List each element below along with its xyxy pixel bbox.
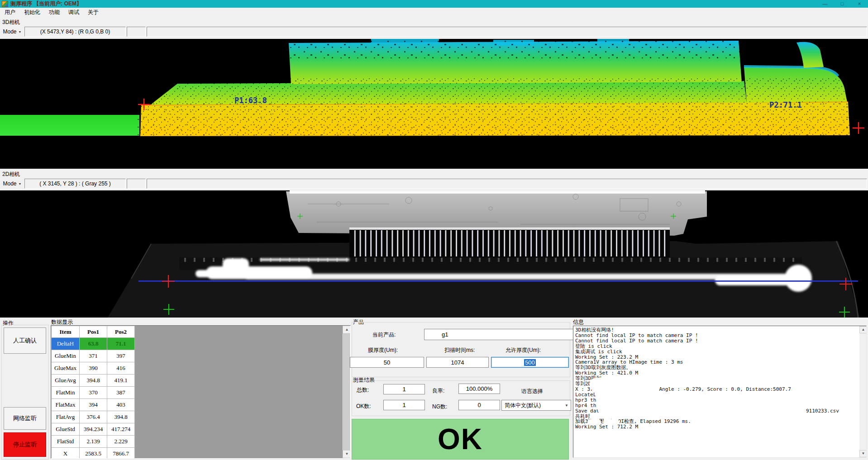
scroll-down-icon[interactable]: ▼ — [859, 450, 867, 457]
camera3d-pixel-readout: (X 5473,Y 84) : (R 0,G 0,B 0) — [24, 27, 126, 37]
ok-count-field[interactable]: 1 — [383, 400, 425, 410]
camera2d-status-panel — [127, 179, 146, 189]
redaction-blob — [587, 419, 601, 425]
log-line: Working Set : 712.2 M — [575, 424, 858, 430]
language-select-dropdown[interactable]: 简体中文(默认) ▼ — [501, 400, 571, 411]
pass-fail-status-indicator: OK — [352, 419, 569, 460]
total-count-field[interactable]: 1 — [383, 384, 425, 394]
data-display-panel: ItemPos1Pos2 DeltaH 63.8 71.1 GlueMin 37… — [51, 325, 351, 459]
table-row[interactable]: FlatMin 370 387 — [52, 387, 135, 399]
info-log-scrollbar[interactable]: ▲ ▼ — [859, 326, 866, 457]
yield-label: 良率: — [432, 387, 444, 395]
camera3d-status-panel — [127, 27, 146, 37]
ok-count-label: OK数: — [356, 403, 371, 410]
camera2d-status-strip: Mode▼ ( X 3145, Y 28 ) : ( Gray 255 ) — [0, 178, 868, 189]
p2-measure-label: P2:71.1 — [769, 100, 802, 109]
minimize-button[interactable]: — — [816, 0, 834, 8]
table-header-row: ItemPos1Pos2 — [52, 326, 135, 338]
scroll-up-icon[interactable]: ▲ — [859, 326, 867, 333]
scroll-up-icon[interactable]: ▲ — [343, 326, 351, 334]
scan-time-field[interactable]: 1074 — [426, 357, 489, 368]
camera2d-mode-button[interactable]: Mode▼ — [0, 178, 24, 189]
measurement-table: ItemPos1Pos2 DeltaH 63.8 71.1 GlueMin 37… — [51, 326, 135, 459]
table-row[interactable]: FlatAvg 376.4 394.8 — [52, 411, 135, 423]
camera2d-status-panel-wide — [147, 179, 867, 189]
film-thickness-label: 膜厚度(Um): — [368, 346, 398, 354]
camera2d-section-label: 2D相机 — [2, 171, 20, 177]
mode-dropdown-arrow-icon: ▼ — [19, 30, 22, 33]
menu-bar: 用户初始化功能调试关于 — [0, 8, 868, 17]
ng-count-label: NG数: — [432, 403, 447, 411]
p1-measure-label: P1:63.8 — [234, 96, 267, 105]
window-title: 测厚程序 【当前用户: OEM】 — [10, 0, 82, 8]
log-line: 集成调试 is click — [575, 349, 858, 355]
language-select-label: 语言选择 — [521, 388, 543, 395]
application-window: 测厚程序 【当前用户: OEM】 — □ × 用户初始化功能调试关于 3D相机 … — [0, 0, 868, 460]
log-line: Cannot find local IP to match camera IP … — [575, 338, 858, 344]
log-line: 登陆 is click — [575, 344, 858, 349]
table-header-cell: Item — [52, 326, 80, 338]
current-product-field[interactable]: g1 — [424, 329, 585, 340]
camera2d-viewport — [0, 190, 868, 318]
allow-thickness-label: 允许厚度(Um): — [506, 346, 541, 354]
camera3d-mode-button[interactable]: Mode▼ — [0, 26, 24, 37]
redaction-blob — [603, 419, 620, 425]
camera3d-viewport: P1:63.8 P2:71.1 — [0, 39, 868, 169]
camera3d-status-strip: Mode▼ (X 5473,Y 84) : (R 0,G 0,B 0) — [0, 26, 868, 37]
camera2d-pixel-readout: ( X 3145, Y 28 ) : ( Gray 255 ) — [24, 179, 126, 189]
mode-dropdown-arrow-icon: ▼ — [19, 182, 22, 185]
selected-text: 500 — [524, 359, 536, 366]
network-listen-button[interactable]: 网络监听 — [4, 407, 46, 430]
camera3d-status-panel-wide — [147, 27, 867, 37]
gray-image — [0, 190, 868, 318]
table-header-cell: Pos2 — [107, 326, 135, 338]
menu-item[interactable]: 关于 — [84, 8, 103, 17]
table-row[interactable]: GlueMin 371 397 — [52, 350, 135, 362]
film-thickness-field[interactable]: 50 — [350, 357, 424, 368]
table-row[interactable]: X 2583.5 7866.7 — [52, 448, 135, 459]
table-row[interactable]: GlueStd 394.234 417.274 — [52, 423, 135, 436]
table-row[interactable]: DeltaH 63.8 71.1 — [52, 338, 135, 350]
manual-confirm-button[interactable]: 人工确认 — [4, 327, 46, 354]
yield-field[interactable]: 100.000% — [458, 384, 500, 394]
allow-thickness-field[interactable]: 500 — [491, 357, 569, 368]
scroll-down-icon[interactable]: ▼ — [343, 450, 351, 458]
table-row[interactable]: GlueMax 390 416 — [52, 362, 135, 375]
scan-time-label: 扫描时间ms: — [444, 346, 475, 354]
table-header-cell: Pos1 — [80, 326, 107, 338]
info-group-label: 信息 — [573, 318, 584, 326]
data-table-scrollbar[interactable]: ▲ ▼ — [343, 326, 350, 458]
chevron-down-icon: ▼ — [565, 403, 568, 408]
height-map-image: P1:63.8 P2:71.1 — [0, 39, 868, 169]
app-icon — [2, 1, 8, 7]
menu-item[interactable]: 用户 — [0, 8, 19, 17]
menu-item[interactable]: 初始化 — [20, 8, 44, 17]
log-line: Working Set : 421.0 M — [575, 370, 858, 376]
menu-item[interactable]: 调试 — [64, 8, 83, 17]
close-button[interactable]: × — [851, 0, 868, 8]
current-product-label: 当前产品: — [372, 331, 396, 339]
title-bar: 测厚程序 【当前用户: OEM】 — □ × — [0, 0, 868, 8]
ng-count-field[interactable]: 0 — [458, 400, 500, 410]
total-count-label: 总数: — [357, 386, 369, 394]
camera3d-section-label: 3D相机 — [2, 19, 20, 25]
maximize-button[interactable]: □ — [834, 0, 851, 8]
scrollbar-thumb[interactable] — [343, 333, 350, 451]
table-row[interactable]: FlatStd 2.139 2.229 — [52, 436, 135, 448]
table-row[interactable]: FlatMax 394 403 — [52, 399, 135, 411]
table-row[interactable]: GlueAvg 394.8 419.1 — [52, 375, 135, 387]
baseline-overlay-line — [138, 280, 858, 282]
menu-item[interactable]: 功能 — [45, 8, 64, 17]
stop-listen-button[interactable]: 停止监听 — [4, 432, 46, 457]
